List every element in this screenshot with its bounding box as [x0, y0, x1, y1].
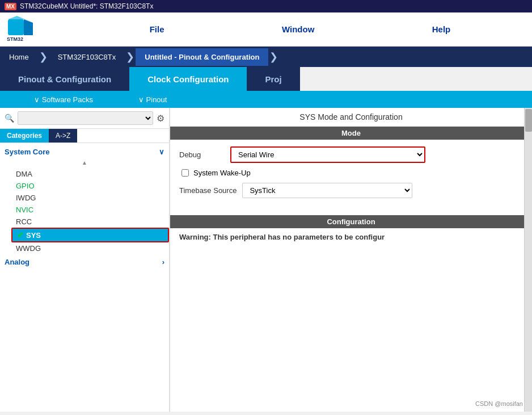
config-section-header: Configuration [170, 215, 532, 228]
sidebar-item-iwdg[interactable]: IWDG [11, 192, 169, 204]
debug-row: Debug Serial Wire [179, 146, 523, 163]
right-content: SYS Mode and Configuration Mode Debug Se… [170, 108, 532, 412]
content-title: SYS Mode and Configuration [170, 108, 532, 127]
timebase-row: Timebase Source SysTick [179, 183, 523, 198]
menu-window[interactable]: Window [271, 22, 326, 36]
app-logo: STM32 CubeMX [0, 14, 68, 45]
search-bar: 🔍 ⚙ [0, 108, 169, 129]
tab-az[interactable]: A->Z [49, 129, 77, 142]
watermark: CSDN @mosifan [475, 400, 523, 407]
search-icon: 🔍 [5, 114, 14, 123]
breadcrumb-home[interactable]: Home [0, 48, 38, 66]
sidebar-item-nvic[interactable]: NVIC [11, 204, 169, 216]
sidebar-item-sys[interactable]: ✔ SYS [11, 228, 169, 242]
timebase-select[interactable]: SysTick [242, 183, 412, 198]
check-icon: ✔ [17, 230, 24, 240]
menu-bar: STM32 CubeMX File Window Help [0, 12, 532, 47]
title-bar: MX STM32CubeMX Untitled*: STM32F103C8Tx [0, 0, 532, 12]
sidebar-item-gpio[interactable]: GPIO [11, 180, 169, 192]
system-wakeup-label: System Wake-Up [193, 169, 251, 177]
sidebar: 🔍 ⚙ Categories A->Z System Core ∨ ▲ DMA … [0, 108, 170, 412]
svg-text:CubeMX: CubeMX [7, 42, 26, 43]
config-section: Configuration Warning: This peripheral h… [170, 215, 532, 246]
main-area: 🔍 ⚙ Categories A->Z System Core ∨ ▲ DMA … [0, 108, 532, 412]
chevron-right-icon: › [162, 258, 164, 266]
gear-icon[interactable]: ⚙ [157, 113, 164, 124]
system-wakeup-row: System Wake-Up [179, 169, 523, 177]
tab-bar: Pinout & Configuration Clock Configurati… [0, 67, 532, 91]
breadcrumb-arrow-2: ❯ [126, 51, 134, 63]
title-text: STM32CubeMX Untitled*: STM32F103C8Tx [20, 2, 153, 10]
warning-text: Warning: This peripheral has no paramete… [170, 228, 532, 246]
breadcrumb-arrow-3: ❯ [269, 51, 278, 63]
menu-items: File Window Help [68, 22, 532, 36]
secondary-nav: Software Packs Pinout [0, 91, 532, 108]
analog-label: Analog [5, 258, 29, 266]
sidebar-items: DMA GPIO IWDG NVIC RCC ✔ SYS WWDG [0, 167, 169, 255]
tab-clock[interactable]: Clock Configuration [129, 67, 247, 91]
sidebar-content: System Core ∨ ▲ DMA GPIO IWDG NVIC RCC ✔… [0, 143, 169, 412]
menu-help[interactable]: Help [421, 22, 462, 36]
mode-section-header: Mode [170, 127, 532, 140]
chevron-down-icon: ∨ [159, 148, 164, 156]
scroll-up-indicator: ▲ [0, 158, 169, 167]
svg-rect-1 [8, 19, 24, 35]
breadcrumb: Home ❯ STM32F103C8Tx ❯ Untitled - Pinout… [0, 47, 532, 67]
nav-software-packs[interactable]: Software Packs [34, 95, 93, 104]
debug-label: Debug [179, 150, 225, 159]
sidebar-item-wwdg[interactable]: WWDG [11, 242, 169, 254]
section-system-core[interactable]: System Core ∨ [0, 145, 169, 158]
scrollbar-thumb[interactable] [525, 109, 532, 132]
section-label: System Core [5, 148, 49, 156]
svg-text:STM32: STM32 [7, 36, 23, 42]
category-tabs: Categories A->Z [0, 129, 169, 143]
tab-project[interactable]: Proj [247, 67, 299, 91]
breadcrumb-device[interactable]: STM32F103C8Tx [49, 48, 125, 66]
tab-pinout[interactable]: Pinout & Configuration [0, 67, 129, 91]
nav-pinout[interactable]: Pinout [138, 95, 167, 104]
sys-label: SYS [26, 231, 41, 240]
search-input[interactable] [18, 111, 153, 125]
sidebar-item-rcc[interactable]: RCC [11, 216, 169, 228]
breadcrumb-current[interactable]: Untitled - Pinout & Configuration [136, 48, 268, 66]
timebase-label: Timebase Source [179, 186, 237, 195]
menu-file[interactable]: File [138, 22, 176, 36]
mode-section-content: Debug Serial Wire System Wake-Up Timebas… [170, 140, 532, 211]
debug-select[interactable]: Serial Wire [231, 148, 424, 162]
breadcrumb-arrow-1: ❯ [39, 51, 48, 63]
system-wakeup-checkbox[interactable] [181, 169, 189, 177]
scrollbar[interactable] [524, 108, 532, 412]
debug-select-wrapper: Serial Wire [230, 146, 425, 163]
mx-logo-badge: MX [5, 3, 16, 10]
tab-categories[interactable]: Categories [0, 129, 49, 142]
section-analog[interactable]: Analog › [0, 255, 169, 269]
sidebar-item-dma[interactable]: DMA [11, 168, 169, 180]
